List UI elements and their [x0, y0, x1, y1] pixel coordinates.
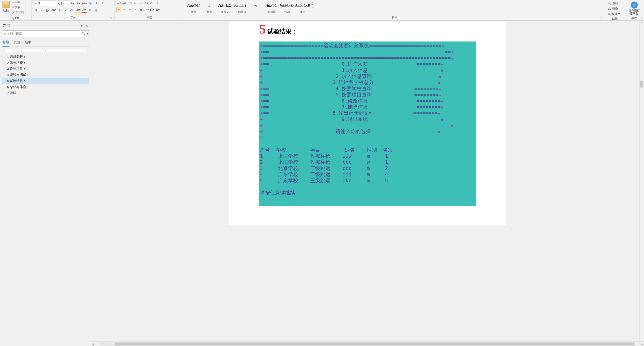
hscroll-thumb[interactable] [115, 342, 634, 345]
underline-button[interactable]: U▾ [45, 8, 50, 13]
styles-more-button[interactable]: ▴▾▾ [311, 1, 316, 9]
format-painter-button[interactable]: 🖌格式刷 [12, 10, 24, 14]
decrease-indent-button[interactable]: ⇤ [133, 1, 138, 6]
paste-button[interactable]: 粘贴 ▾ [2, 1, 11, 16]
group-label-save: 保存 [626, 16, 642, 21]
nav-tab-headings[interactable]: 标题 [3, 39, 9, 47]
char-border-button[interactable]: A [94, 1, 99, 6]
group-save: 保存到百度网盘 保存 ^ [624, 0, 644, 20]
font-dialog-launcher[interactable]: ⤡ [109, 16, 112, 19]
group-clipboard: 粘贴 ▾ ✄剪切 ⧉复制 🖌格式刷 剪贴板⤡ [0, 0, 32, 20]
nav-item[interactable]: 6 总结与体会： [2, 84, 89, 90]
find-button[interactable]: 🔍 查找 [607, 1, 621, 6]
clear-formatting-button[interactable]: ✐ [100, 1, 105, 6]
nav-tabs: 标题 页面 结果 [2, 38, 89, 47]
copy-icon: ⧉ [12, 6, 14, 9]
copy-label: 复制 [15, 6, 20, 9]
font-size-select[interactable] [57, 1, 69, 6]
borders-button[interactable]: ▦▾ [155, 7, 160, 12]
select-button[interactable]: ▭ 选择 ▾ [607, 12, 621, 16]
align-center-button[interactable]: ≡ [122, 7, 127, 12]
multilevel-list-button[interactable]: ⊟▾ [127, 1, 132, 6]
nav-item[interactable]: 5 试验结果： [2, 78, 89, 84]
grow-font-button[interactable]: A▴ [70, 1, 75, 6]
find-label: 查找 [612, 2, 618, 5]
nav-tab-pages[interactable]: 页面 [14, 39, 20, 47]
strikethrough-button[interactable]: abc [51, 8, 56, 13]
font-color-button[interactable]: A▾ [82, 8, 87, 13]
numbering-button[interactable]: ≕▾ [122, 1, 127, 6]
nav-search-button[interactable]: 🔍 ▾ [81, 31, 89, 37]
styles-gallery[interactable]: AaBbC标题1↗ 标题 1Aal 1.1标题 2Aa 1.1.1↗ 标题 3A… [186, 1, 310, 15]
change-case-button[interactable]: Aa▾ [82, 1, 87, 6]
style-item-1[interactable]: 1↗ 标题 1 [201, 1, 217, 15]
heading-number: 5 [259, 22, 266, 36]
nav-item[interactable]: 7 源码 [2, 90, 89, 96]
nav-jump-bar[interactable]: ▴ [5, 49, 86, 52]
paragraph-dialog-launcher[interactable]: ⤡ [179, 16, 182, 19]
vertical-scrollbar[interactable]: ▴ [639, 21, 644, 341]
char-shading-button[interactable]: A [88, 8, 93, 13]
heading-text: 试验结果： [267, 27, 298, 35]
shrink-font-button[interactable]: A▾ [76, 1, 81, 6]
superscript-button[interactable]: x² [63, 8, 68, 13]
nav-search-box[interactable]: 🔍 ▾ [2, 30, 89, 37]
bullets-button[interactable]: ≔▾ [116, 1, 121, 6]
brush-icon: 🖌 [12, 11, 15, 14]
nav-close-button[interactable]: ✕ [85, 24, 88, 28]
line-spacing-button[interactable]: ‡≡▾ [144, 7, 149, 12]
bold-button[interactable]: B [33, 8, 38, 13]
subscript-button[interactable]: x₂ [57, 8, 62, 13]
console-output: ★====================运动会比赛计分系统==========… [259, 41, 476, 206]
copy-button[interactable]: ⧉复制 [12, 5, 24, 10]
style-item-2[interactable]: Aal 1.1标题 2 [217, 1, 232, 15]
clipboard-dialog-launcher[interactable]: ⤡ [26, 17, 29, 20]
nav-dropdown-button[interactable]: ▾ [81, 24, 83, 28]
text-effects-button[interactable]: A▾ [69, 8, 74, 13]
group-label-styles: 样式 [392, 16, 397, 19]
shading-button[interactable]: ◧▾ [149, 7, 154, 12]
paste-label: 粘贴 [3, 9, 10, 13]
align-right-button[interactable]: ≡ [127, 7, 132, 12]
distributed-button[interactable]: ≣ [138, 7, 143, 12]
style-item-6[interactable]: AaBbCcDc强调 [279, 1, 295, 15]
sort-button[interactable]: A↓ [149, 1, 154, 6]
increase-indent-button[interactable]: ⇥ [138, 1, 143, 6]
style-item-0[interactable]: AaBbC标题 [186, 1, 201, 15]
save-to-baidu-button[interactable]: 保存到百度网盘 [626, 1, 642, 16]
nav-item[interactable]: 4 调试与测试： [2, 72, 89, 78]
cut-button[interactable]: ✄剪切 [12, 1, 24, 5]
collapse-ribbon-button[interactable]: ^ [641, 16, 642, 20]
nav-title: 导航 [3, 23, 11, 28]
style-item-7[interactable]: AaBbCcD要点 [295, 1, 310, 15]
styles-dialog-launcher[interactable]: ⤡ [600, 16, 603, 19]
format-painter-label: 格式刷 [16, 10, 24, 14]
group-label-font: 字体 [70, 16, 76, 19]
font-name-select[interactable] [33, 1, 56, 6]
style-item-4[interactable]: A [248, 1, 264, 15]
asian-layout-button[interactable]: ✕▾ [144, 1, 149, 6]
navigation-pane: 导航 ▾ ✕ 🔍 ▾ 标题 页面 结果 ▴ 1 需求分析：2 系统功能：3 设计… [0, 21, 91, 346]
enclose-char-button[interactable]: ㊕ [94, 8, 99, 13]
style-item-5[interactable]: AaBbC副标题 [264, 1, 279, 15]
show-marks-button[interactable]: ¶ [155, 1, 160, 6]
nav-item[interactable]: 2 系统功能： [2, 60, 89, 66]
replace-button[interactable]: ab 替换 [607, 6, 621, 11]
highlight-button[interactable]: ab▾ [75, 8, 80, 13]
italic-button[interactable]: I [39, 8, 44, 13]
ribbon: 粘贴 ▾ ✄剪切 ⧉复制 🖌格式刷 剪贴板⤡ A▴ A▾ Aa▾ 字 A ✐ [0, 0, 644, 21]
nav-search-input[interactable] [2, 31, 81, 37]
nav-tab-results[interactable]: 结果 [25, 39, 31, 47]
phonetic-guide-button[interactable]: 字 [88, 1, 93, 6]
nav-item[interactable]: 3 设计思路： [2, 66, 89, 72]
align-left-button[interactable]: ≡ [116, 7, 121, 12]
document-scroll[interactable]: 5 试验结果： ★====================运动会比赛计分系统==… [91, 21, 644, 341]
nav-item[interactable]: 1 需求分析： [2, 54, 89, 60]
justify-button[interactable]: ≡ [133, 7, 138, 12]
vscroll-thumb[interactable] [640, 81, 643, 88]
horizontal-scrollbar[interactable]: ◂ ▸ [91, 341, 644, 346]
group-label-paragraph: 段落 [147, 16, 152, 19]
style-item-3[interactable]: Aa 1.1.1↗ 标题 3 [232, 1, 248, 15]
group-styles: AaBbC标题1↗ 标题 1Aal 1.1标题 2Aa 1.1.1↗ 标题 3A… [184, 0, 605, 20]
group-font: A▴ A▾ Aa▾ 字 A ✐ B I U▾ abc x₂ x² A▾ ab▾ … [32, 0, 115, 20]
